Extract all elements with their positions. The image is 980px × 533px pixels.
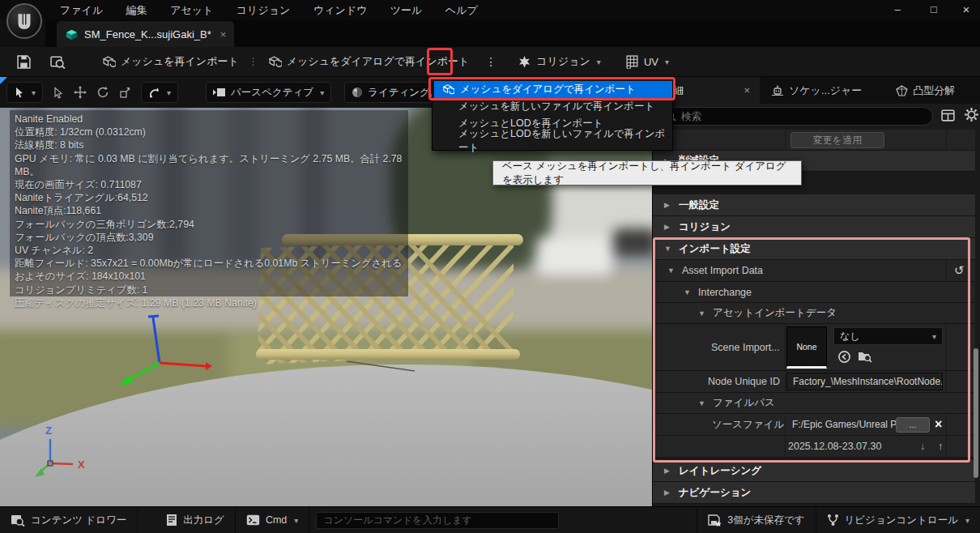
unreal-editor-window: ファイル 編集 アセット コリジョン ウィンドウ ツール ヘルプ – □ × S… [0, 0, 980, 533]
output-log-icon [166, 514, 177, 527]
tab-close-icon[interactable]: × [744, 84, 750, 96]
collision-dropdown-button[interactable]: コリジョン▾ [511, 49, 607, 74]
collision-icon [518, 55, 531, 69]
chevron-down-icon: ▾ [665, 58, 669, 66]
tab-socket-manager[interactable]: ソケッ...ジャー [760, 83, 873, 98]
arrow-down-icon[interactable]: ↓ [920, 441, 925, 452]
menu-help[interactable]: ヘルプ [436, 0, 488, 21]
section-navigation[interactable]: ▶ナビゲーション [653, 482, 975, 504]
row-asset-import-data[interactable]: ▼Asset Import Data ↺ [653, 260, 975, 282]
tooltip: ベース メッシュを再インポートし、再インポート ダイアログを表示します [492, 160, 802, 185]
chevron-down-icon: ▾ [597, 58, 601, 66]
convex-decomposition-icon [896, 85, 908, 96]
viewport-options-button[interactable]: ▾ [6, 82, 43, 103]
row-file-path-section[interactable]: ▼ファイルパス [653, 393, 975, 414]
apply-changes-button[interactable]: 変更を適用 [790, 132, 884, 148]
save-button[interactable] [15, 53, 32, 70]
transform-gizmo[interactable] [113, 306, 219, 391]
snapping-button[interactable]: ▾ [141, 82, 178, 103]
cmd-console-button[interactable]: Cmd ▾ [236, 507, 309, 533]
revision-control-icon [827, 514, 839, 527]
uv-dropdown-button[interactable]: UV▾ [619, 49, 675, 74]
find-in-content-browser-button[interactable] [49, 53, 66, 70]
browse-file-button[interactable]: ... [896, 417, 930, 433]
asset-tab[interactable]: SM_Fence_K...sujiGaki_B* × [57, 21, 234, 47]
row-node-unique-id: Node Unique ID Factory_\MeshInstance\Roo… [653, 371, 975, 393]
unsaved-assets-button[interactable]: 3個が未保存です [697, 507, 815, 533]
section-raytracing[interactable]: ▶レイトレーシング [653, 460, 975, 482]
rotation-snap-icon [148, 87, 160, 99]
console-command-input[interactable] [316, 512, 559, 529]
title-bar: ファイル 編集 アセット コリジョン ウィンドウ ツール ヘルプ – □ × [0, 0, 980, 19]
display-filter-icon[interactable] [940, 108, 956, 123]
perspective-selector-button[interactable]: パースペクティブ▾ [206, 82, 331, 103]
apply-changes-row: 変更を適用 [653, 130, 975, 151]
revision-control-button[interactable]: リビジョンコントロール ▾ [816, 507, 980, 533]
status-bar: コンテンツ ドロワー 出力ログ Cmd ▾ 3個が未保存です リビジョンコントロ… [0, 506, 980, 533]
mesh-stats-text: Nanite Enabled位置精度: 1/32cm (0.0312cm) 法線… [15, 113, 413, 309]
reimport-dialog-icon [442, 83, 454, 96]
reimport-mesh-dialog-button[interactable]: メッシュをダイアログで再インポート [262, 49, 476, 74]
menu-tools[interactable]: ツール [381, 0, 432, 21]
menu-bar: ファイル 編集 アセット コリジョン ウィンドウ ツール ヘルプ [50, 0, 488, 21]
menu-asset[interactable]: アセット [160, 0, 223, 21]
asset-toolbar: メッシュを再インポート ⋮ メッシュをダイアログで再インポート ⋮ コリジョン▾… [0, 47, 980, 77]
row-asset-import-data-jp[interactable]: ▼アセットインポートデータ [653, 303, 975, 324]
socket-manager-icon [771, 85, 784, 96]
static-mesh-icon [65, 28, 79, 41]
settings-gear-icon[interactable] [964, 107, 979, 122]
row-scene-import: Scene Import... None なし ▾ [653, 324, 975, 371]
section-import-settings[interactable]: ▼インポート設定 [653, 238, 975, 260]
node-unique-id-field[interactable]: Factory_\MeshInstance\RootNode.H [786, 373, 943, 390]
menu-file[interactable]: ファイル [50, 0, 113, 21]
scene-import-thumbnail[interactable]: None [786, 326, 827, 369]
row-interchange[interactable]: ▼Interchange [653, 282, 975, 303]
window-minimize-button[interactable]: – [885, 3, 910, 18]
menu-window[interactable]: ウィンドウ [304, 0, 377, 21]
content-drawer-button[interactable]: コンテンツ ドロワー [0, 507, 138, 533]
reimport-mesh-button[interactable]: メッシュを再インポート [96, 49, 245, 74]
output-log-button[interactable]: 出力ログ [156, 507, 236, 533]
menu-item-reimport-new-file[interactable]: メッシュを新しいファイルで再インポート [434, 98, 672, 115]
unreal-logo-icon[interactable] [6, 3, 42, 39]
menu-item-reimport-lod-new-file[interactable]: メッシュとLODを新しいファイルで再インポート [434, 132, 672, 149]
menu-collision[interactable]: コリジョン [227, 0, 300, 21]
section-general-settings[interactable]: ▶一般設定 [653, 194, 975, 216]
reimport-icon [102, 55, 116, 69]
cursor-icon [14, 87, 25, 98]
menu-edit[interactable]: 編集 [117, 0, 157, 21]
window-close-button[interactable]: × [954, 3, 978, 18]
scene-import-asset-select[interactable]: なし ▾ [833, 327, 943, 345]
fence-bottom-rail [256, 349, 520, 360]
save-unsaved-icon [708, 514, 722, 527]
chevron-down-icon: ▾ [294, 516, 298, 525]
axis-indicator: Z X [28, 421, 89, 486]
search-input[interactable] [681, 111, 908, 122]
section-collision[interactable]: ▶コリジョン [653, 216, 975, 238]
details-tab-strip: 詳細 × ソケッ...ジャー 凸型分解 [653, 77, 980, 104]
asset-tab-title: SM_Fence_K...sujiGaki_B* [84, 28, 211, 41]
arrow-up-icon[interactable]: ↑ [938, 441, 943, 452]
node-unique-id-label: Node Unique ID [653, 376, 780, 387]
reimport-options-kebab-button[interactable]: ⋮ [477, 55, 505, 68]
source-file-path[interactable]: F:/Epic Games/Unreal Proje [786, 416, 900, 433]
use-selected-asset-icon[interactable] [837, 350, 851, 364]
scale-tool-icon[interactable] [119, 87, 131, 99]
chevron-down-icon: ▾ [965, 516, 969, 525]
details-search-box[interactable] [658, 107, 933, 126]
details-scrollbar[interactable] [974, 348, 978, 478]
move-tool-icon[interactable] [74, 86, 87, 99]
clear-path-icon[interactable]: × [935, 417, 942, 432]
reimport-context-menu: メッシュをダイアログで再インポート メッシュを新しいファイルで再インポート メッ… [432, 78, 673, 151]
toolbar-separator-dots: ⋮ [245, 56, 262, 67]
browse-to-asset-icon[interactable] [858, 350, 872, 363]
menu-item-reimport-dialog[interactable]: メッシュをダイアログで再インポート [434, 81, 672, 98]
tab-convex-decomposition[interactable]: 凸型分解 [884, 83, 966, 98]
window-maximize-button[interactable]: □ [922, 3, 946, 18]
viewport-focus-corner [0, 77, 7, 84]
tab-close-icon[interactable]: × [220, 28, 227, 41]
select-tool-icon[interactable] [53, 87, 64, 99]
reset-to-default-icon[interactable]: ↺ [954, 263, 965, 278]
asset-tab-bar: SM_Fence_K...sujiGaki_B* × [45, 19, 980, 47]
rotate-tool-icon[interactable] [96, 86, 109, 99]
